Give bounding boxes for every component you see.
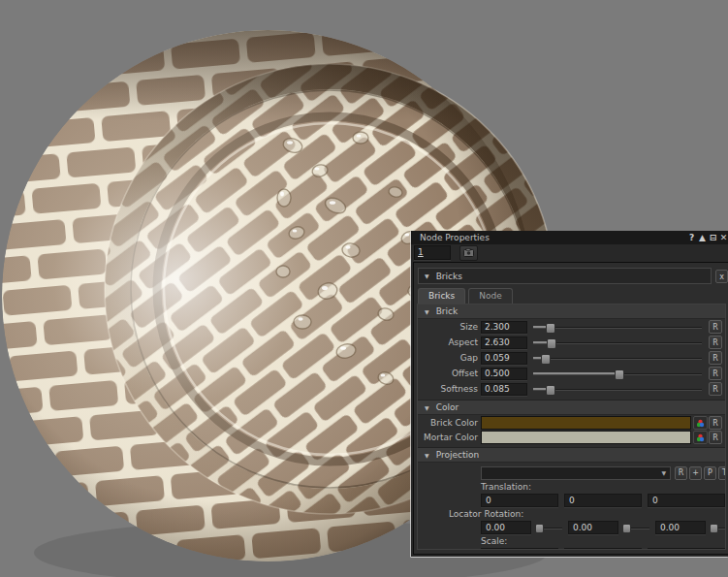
snapshot-button[interactable] xyxy=(459,245,478,261)
translation-x-field[interactable]: 0 xyxy=(481,494,558,507)
section-header-color[interactable]: ▼ Color xyxy=(418,400,725,415)
translation-label: Translation: xyxy=(481,482,725,493)
slider-handle[interactable] xyxy=(546,385,555,396)
reset-button[interactable]: R xyxy=(709,351,722,365)
translation-y-field[interactable]: 0 xyxy=(564,494,642,507)
property-row-softness: Softness 0.085 R xyxy=(418,381,725,397)
scale-y-field[interactable]: 1 xyxy=(564,548,642,550)
node-name-header[interactable]: ▼ Bricks xyxy=(418,268,712,284)
collapse-arrow-icon: ▼ xyxy=(425,404,429,411)
property-label: Mortar Color xyxy=(418,433,478,442)
mortar-color-swatch[interactable] xyxy=(481,431,691,444)
slider-handle[interactable] xyxy=(541,354,551,365)
color-picker-icon xyxy=(696,419,705,428)
help-icon[interactable]: ? xyxy=(687,231,696,244)
gap-value-field[interactable]: 0.059 xyxy=(481,352,527,365)
rotation-z-slider[interactable] xyxy=(710,523,726,533)
minimize-icon[interactable]: ⊟ xyxy=(709,231,717,244)
tab-bricks[interactable]: Bricks xyxy=(418,288,465,304)
property-label: Gap xyxy=(418,353,478,363)
p-button[interactable]: P xyxy=(704,466,716,480)
reset-button[interactable]: R xyxy=(709,367,722,380)
rotation-x-slider[interactable] xyxy=(535,523,562,533)
node-name-label: Bricks xyxy=(436,272,462,281)
section-header-projection[interactable]: ▼ Projection xyxy=(418,447,725,463)
brick-color-swatch[interactable] xyxy=(481,416,691,430)
rotation-z-cell: 0.00 xyxy=(655,521,726,534)
color-picker-button[interactable] xyxy=(693,431,708,444)
offset-slider[interactable] xyxy=(533,368,702,380)
index-field[interactable]: 1 xyxy=(414,245,451,260)
properties-content: ▼ Brick Size 2.300 R Aspect 2.630 xyxy=(417,304,726,550)
slider-track xyxy=(533,327,702,328)
softness-slider[interactable] xyxy=(533,383,702,396)
panel-title: Node Properties xyxy=(420,233,490,242)
section-label: Projection xyxy=(436,450,480,460)
collapse-arrow-icon[interactable]: ▼ xyxy=(425,272,429,279)
size-slider[interactable] xyxy=(533,321,702,334)
panel-titlebar[interactable]: Node Properties ? ▲ ⊟ ✕ xyxy=(411,231,728,244)
scale-z-field[interactable]: 1 xyxy=(648,548,725,550)
chevron-down-icon: ▼ xyxy=(661,469,666,476)
scale-fields: 1 1 1 xyxy=(481,548,725,550)
rotation-y-slider[interactable] xyxy=(622,523,649,533)
tab-bar: Bricks Node xyxy=(418,288,513,304)
aspect-slider[interactable] xyxy=(533,337,702,349)
property-row-offset: Offset 0.500 R xyxy=(418,366,725,381)
property-label: Aspect xyxy=(418,337,478,347)
camera-icon xyxy=(463,248,474,257)
rotation-fields: 0.00 0.00 0.00 xyxy=(481,521,725,534)
projection-dropdown-row: ▼ R + P T xyxy=(418,465,725,480)
reset-button[interactable]: R xyxy=(709,382,722,396)
tab-node[interactable]: Node xyxy=(468,288,513,304)
property-row-brick-color: Brick Color R xyxy=(418,416,725,430)
collapse-icon[interactable]: ▲ xyxy=(698,231,707,244)
color-picker-button[interactable] xyxy=(693,416,708,430)
reset-button[interactable]: R xyxy=(709,416,722,430)
collapse-arrow-icon: ▼ xyxy=(425,308,429,315)
slider-handle[interactable] xyxy=(615,369,624,380)
property-row-gap: Gap 0.059 R xyxy=(418,350,725,366)
t-button[interactable]: T xyxy=(718,466,726,480)
panel-body: ▼ Bricks x Bricks Node ▼ Brick Size 2.30… xyxy=(413,262,728,555)
reset-button[interactable]: R xyxy=(675,466,687,480)
scale-label: Scale: xyxy=(481,536,725,547)
rotation-x-cell: 0.00 xyxy=(481,521,562,534)
slider-track xyxy=(533,358,702,359)
rotation-y-field[interactable]: 0.00 xyxy=(568,521,618,534)
reset-button[interactable]: R xyxy=(709,320,722,334)
property-row-mortar-color: Mortar Color R xyxy=(418,431,725,444)
projection-buttons: R + P T xyxy=(675,466,726,480)
translation-z-field[interactable]: 0 xyxy=(648,494,725,507)
close-icon[interactable]: ✕ xyxy=(719,231,728,244)
gap-slider[interactable] xyxy=(533,352,702,365)
reset-button[interactable]: R xyxy=(709,336,722,349)
translation-fields: 0 0 0 xyxy=(481,494,725,507)
slider-handle[interactable] xyxy=(622,524,631,533)
aspect-value-field[interactable]: 2.630 xyxy=(481,337,527,349)
slider-handle[interactable] xyxy=(535,524,544,533)
reset-button[interactable]: R xyxy=(709,431,722,444)
size-value-field[interactable]: 2.300 xyxy=(481,321,527,334)
slider-handle[interactable] xyxy=(546,323,555,334)
projection-dropdown[interactable]: ▼ xyxy=(481,466,671,480)
section-label: Brick xyxy=(436,306,459,316)
section-header-brick[interactable]: ▼ Brick xyxy=(418,305,725,319)
property-label: Size xyxy=(418,322,478,332)
titlebar-icons: ? ▲ ⊟ ✕ xyxy=(687,231,728,244)
slider-handle[interactable] xyxy=(547,338,556,349)
node-close-button[interactable]: x xyxy=(715,270,728,283)
rotation-z-field[interactable]: 0.00 xyxy=(655,521,706,534)
panel-toolbar: 1 xyxy=(411,244,728,261)
property-row-size: Size 2.300 R xyxy=(418,319,725,335)
add-button[interactable]: + xyxy=(689,466,702,480)
slider-handle[interactable] xyxy=(710,524,718,533)
softness-value-field[interactable]: 0.085 xyxy=(481,383,527,396)
collapse-arrow-icon: ▼ xyxy=(425,452,429,459)
rotation-x-field[interactable]: 0.00 xyxy=(481,521,531,534)
section-label: Color xyxy=(436,402,459,412)
slider-track xyxy=(533,342,702,343)
offset-value-field[interactable]: 0.500 xyxy=(481,368,527,380)
scale-x-field[interactable]: 1 xyxy=(481,548,558,550)
property-label: Brick Color xyxy=(418,418,478,428)
